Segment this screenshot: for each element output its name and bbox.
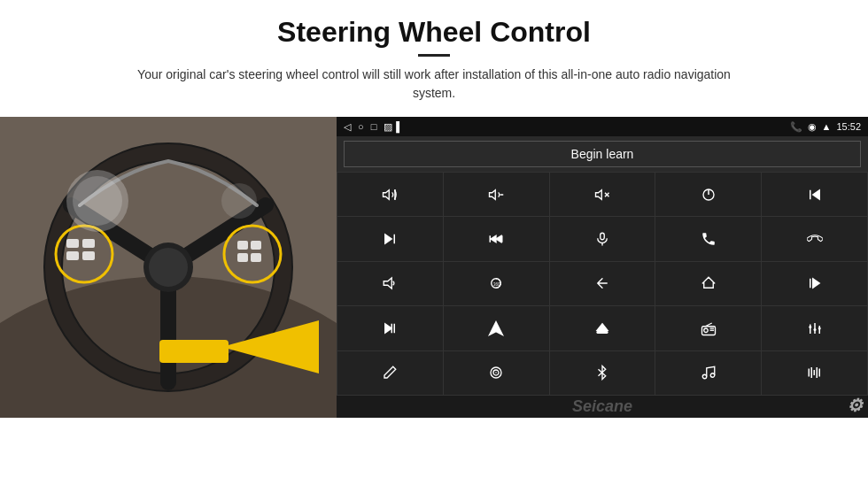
svg-rect-15 [237,241,248,250]
begin-learn-bar: Begin learn [337,136,868,172]
svg-point-65 [702,375,707,380]
svg-point-22 [73,176,122,226]
svg-marker-46 [385,324,392,334]
vol-up-button[interactable] [337,173,443,216]
svg-point-8 [149,248,188,287]
page-container: Steering Wheel Control Your original car… [0,0,868,485]
radio-button[interactable] [655,306,761,350]
svg-point-53 [704,328,709,333]
status-right: 📞 ◉ ▲ 15:52 [790,121,861,133]
steering-wheel-image [0,117,337,418]
pen-button[interactable] [337,351,443,395]
begin-learn-button[interactable]: Begin learn [344,141,861,167]
android-screen: ◁ ○ □ ▨▐ 📞 ◉ ▲ 15:52 Begin learn [337,117,868,418]
fast-forward-button[interactable] [444,217,549,260]
location-icon: ◉ [808,121,817,133]
back-arrow-icon: ◁ [344,121,351,133]
phone-status-icon: 📞 [790,121,802,133]
music-note-button[interactable] [655,351,761,395]
time-display: 15:52 [836,121,861,132]
status-bar: ◁ ○ □ ▨▐ 📞 ◉ ▲ 15:52 [337,117,868,136]
watermark-bar: Seicane ⚙ [337,396,868,418]
svg-rect-16 [251,241,261,250]
svg-marker-31 [812,189,819,199]
360-cam-button[interactable]: 360° [444,262,549,305]
svg-rect-51 [597,332,608,334]
svg-marker-40 [384,278,392,289]
home-circle-icon: ○ [358,121,364,132]
title-divider [418,54,450,57]
status-left: ◁ ○ □ ▨▐ [344,121,399,133]
sim-icon: ▨▐ [384,121,399,133]
prev-track-button[interactable] [762,173,867,216]
back-nav-button[interactable] [550,262,655,305]
seicane-watermark-text: Seicane [572,397,632,415]
power-button[interactable] [655,173,761,216]
svg-rect-18 [251,253,261,262]
horn-button[interactable] [337,262,443,305]
svg-marker-45 [812,279,819,289]
svg-marker-49 [490,321,503,335]
svg-rect-38 [601,233,605,240]
wifi-icon: ▲ [822,121,832,132]
skip-next-button[interactable] [337,306,443,350]
svg-rect-11 [66,239,79,248]
svg-point-23 [221,183,257,219]
phone-call-button[interactable] [655,217,761,260]
microphone-button[interactable] [550,217,655,260]
square-app-icon: □ [371,121,377,132]
settings-gear-icon[interactable]: ⚙ [847,395,863,416]
eject-button[interactable] [550,306,655,350]
page-title: Steering Wheel Control [53,16,815,49]
svg-text:360°: 360° [493,282,502,287]
svg-rect-20 [159,340,229,363]
controls-grid: 360° [337,172,868,396]
navigate-button[interactable] [444,306,549,350]
wave-bars-button[interactable] [762,351,867,395]
svg-rect-13 [82,239,95,248]
svg-marker-32 [385,235,392,244]
svg-rect-14 [82,251,95,260]
svg-point-66 [710,373,715,378]
home-nav-button[interactable] [655,262,761,305]
svg-marker-50 [597,324,608,331]
hang-up-button[interactable] [762,217,867,260]
vol-down-button[interactable] [444,173,549,216]
bluetooth-button[interactable] [550,351,655,395]
vol-mute-button[interactable] [550,173,655,216]
svg-marker-37 [496,235,501,242]
skip-back-button[interactable] [762,262,867,305]
svg-point-57 [809,326,811,328]
svg-point-59 [813,328,816,331]
next-track-button[interactable] [337,217,443,260]
target-button[interactable] [444,351,549,395]
svg-point-64 [495,373,497,374]
svg-point-61 [818,327,820,329]
equalizer-button[interactable] [762,306,867,350]
subtitle: Your original car's steering wheel contr… [133,65,735,103]
svg-rect-12 [66,251,79,260]
content-area: ◁ ○ □ ▨▐ 📞 ◉ ▲ 15:52 Begin learn [0,117,868,485]
svg-rect-17 [237,253,248,262]
header-section: Steering Wheel Control Your original car… [0,0,868,110]
